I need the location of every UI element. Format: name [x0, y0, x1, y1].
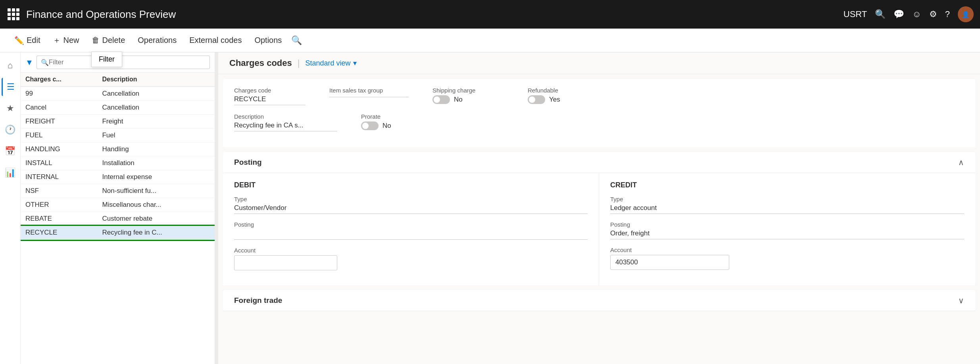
- charges-code-field: Charges code RECYCLE: [234, 87, 306, 105]
- filter-icon[interactable]: ▼: [25, 58, 33, 67]
- command-bar: ✏️ Edit ＋ New 🗑 Delete Operations Extern…: [0, 29, 980, 52]
- detail-title: Charges codes: [229, 58, 292, 68]
- list-item[interactable]: RECYCLERecycling fee in C...: [21, 226, 215, 240]
- operations-button[interactable]: Operations: [131, 33, 183, 48]
- settings-icon[interactable]: ⚙: [929, 9, 937, 19]
- user-label: USRT: [844, 9, 867, 19]
- delete-button[interactable]: 🗑 Delete: [85, 33, 131, 48]
- nav-lines-icon[interactable]: ☰: [2, 78, 19, 96]
- prorate-field: Prorate No: [361, 113, 432, 131]
- view-selector[interactable]: Standard view ▾: [305, 59, 356, 67]
- list-item[interactable]: REBATECustomer rebate: [21, 212, 215, 226]
- delete-icon: 🗑: [92, 36, 100, 45]
- description-field: Description Recycling fee in CA s...: [234, 113, 337, 131]
- credit-posting-field: Posting Order, freight: [610, 221, 964, 239]
- refundable-toggle[interactable]: [528, 95, 545, 104]
- prorate-toggle[interactable]: [361, 121, 379, 130]
- clock-icon[interactable]: 🕐: [1, 121, 19, 139]
- resize-handle[interactable]: [215, 52, 218, 364]
- foreign-trade-section: Foreign trade ∨: [223, 290, 975, 311]
- foreign-trade-header[interactable]: Foreign trade ∨: [223, 290, 975, 311]
- left-nav: ⌂ ☰ ★ 🕐 📅 📊: [0, 52, 21, 364]
- calendar-icon[interactable]: 📅: [1, 142, 19, 160]
- debit-column: DEBIT Type Customer/Vendor Posting Accou…: [223, 173, 599, 285]
- list-item[interactable]: FUELFuel: [21, 129, 215, 143]
- new-button[interactable]: ＋ New: [46, 32, 85, 49]
- detail-panel: Charges codes | Standard view ▾ Charges …: [218, 52, 980, 364]
- search-input[interactable]: [49, 58, 206, 66]
- posting-grid: DEBIT Type Customer/Vendor Posting Accou…: [223, 173, 975, 285]
- chart-icon[interactable]: 📊: [1, 164, 19, 182]
- edit-button[interactable]: ✏️ Edit: [8, 33, 46, 48]
- main-form: Charges code RECYCLE Item sales tax grou…: [223, 79, 975, 147]
- edit-icon: ✏️: [14, 36, 24, 45]
- list-item[interactable]: NSFNon-sufficient fu...: [21, 184, 215, 198]
- help-icon[interactable]: ?: [945, 9, 950, 19]
- list-item[interactable]: INTERNALInternal expense: [21, 170, 215, 184]
- command-search-icon[interactable]: 🔍: [288, 32, 305, 49]
- chevron-down-icon: ▾: [353, 59, 357, 67]
- credit-account-field: Account: [610, 247, 964, 270]
- shipping-charge-toggle[interactable]: [432, 95, 450, 104]
- charges-table: Charges c... Description 99CancellationC…: [21, 73, 215, 240]
- app-title: Finance and Operations Preview: [26, 8, 844, 21]
- top-bar: Finance and Operations Preview USRT 🔍 💬 …: [0, 0, 980, 29]
- posting-header[interactable]: Posting ∧: [223, 152, 975, 173]
- list-item[interactable]: INSTALLInstallation: [21, 156, 215, 170]
- list-item[interactable]: CancelCancellation: [21, 101, 215, 115]
- form-row-1: Charges code RECYCLE Item sales tax grou…: [234, 87, 964, 105]
- list-scroll-area[interactable]: Charges c... Description 99CancellationC…: [21, 73, 215, 364]
- col-header-description: Description: [97, 73, 215, 87]
- credit-account-input[interactable]: [610, 255, 729, 270]
- external-codes-button[interactable]: External codes: [183, 33, 248, 48]
- list-item[interactable]: FREIGHTFreight: [21, 115, 215, 129]
- list-item[interactable]: HANDLINGHandling: [21, 143, 215, 156]
- detail-header: Charges codes | Standard view ▾: [218, 52, 980, 74]
- foreign-trade-chevron-down-icon: ∨: [958, 296, 964, 305]
- debit-account-input[interactable]: [234, 255, 337, 270]
- list-item[interactable]: OTHERMiscellanous char...: [21, 198, 215, 212]
- search-icon[interactable]: 🔍: [875, 9, 886, 19]
- filter-tooltip: Filter: [91, 52, 122, 67]
- debit-posting-field: Posting: [234, 221, 588, 240]
- list-item[interactable]: 99Cancellation: [21, 87, 215, 101]
- search-box[interactable]: 🔍: [37, 56, 210, 69]
- sidebar: ▼ 🔍 Charges c... Description 99Cancellat…: [21, 52, 215, 364]
- options-button[interactable]: Options: [248, 33, 288, 48]
- search-box-icon: 🔍: [41, 59, 49, 66]
- debit-account-field: Account: [234, 247, 588, 270]
- chat-icon[interactable]: 💬: [894, 9, 904, 19]
- posting-section: Posting ∧ DEBIT Type Customer/Vendor Pos…: [223, 152, 975, 285]
- refundable-field: Refundable Yes: [528, 87, 599, 105]
- item-sales-tax-field: Item sales tax group: [329, 87, 409, 105]
- plus-icon: ＋: [53, 35, 61, 46]
- col-header-code: Charges c...: [21, 73, 97, 87]
- avatar[interactable]: 👤: [958, 6, 974, 22]
- shipping-charge-field: Shipping charge No: [432, 87, 504, 105]
- app-grid-icon[interactable]: [6, 7, 21, 21]
- form-row-2: Description Recycling fee in CA s... Pro…: [234, 113, 964, 131]
- star-icon[interactable]: ★: [2, 99, 18, 117]
- credit-column: CREDIT Type Ledger account Posting Order…: [599, 173, 975, 285]
- posting-chevron-up-icon: ∧: [958, 158, 964, 167]
- home-icon[interactable]: ⌂: [4, 56, 17, 75]
- credit-type-field: Type Ledger account: [610, 196, 964, 214]
- emoji-icon[interactable]: ☺: [912, 9, 921, 19]
- debit-type-field: Type Customer/Vendor: [234, 196, 588, 214]
